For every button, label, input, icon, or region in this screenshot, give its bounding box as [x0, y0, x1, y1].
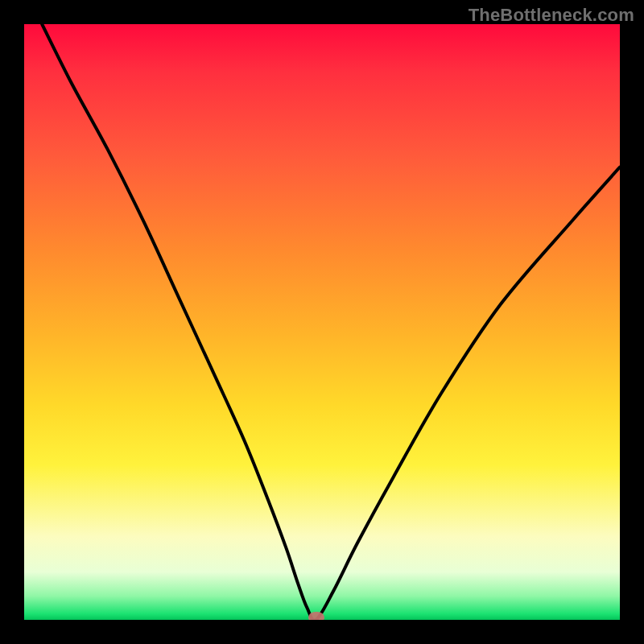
chart-frame: TheBottleneck.com [0, 0, 644, 644]
minimum-marker [308, 612, 324, 620]
watermark-text: TheBottleneck.com [469, 5, 634, 26]
bottleneck-curve [42, 24, 620, 620]
curve-svg [24, 24, 620, 620]
plot-area [24, 24, 620, 620]
